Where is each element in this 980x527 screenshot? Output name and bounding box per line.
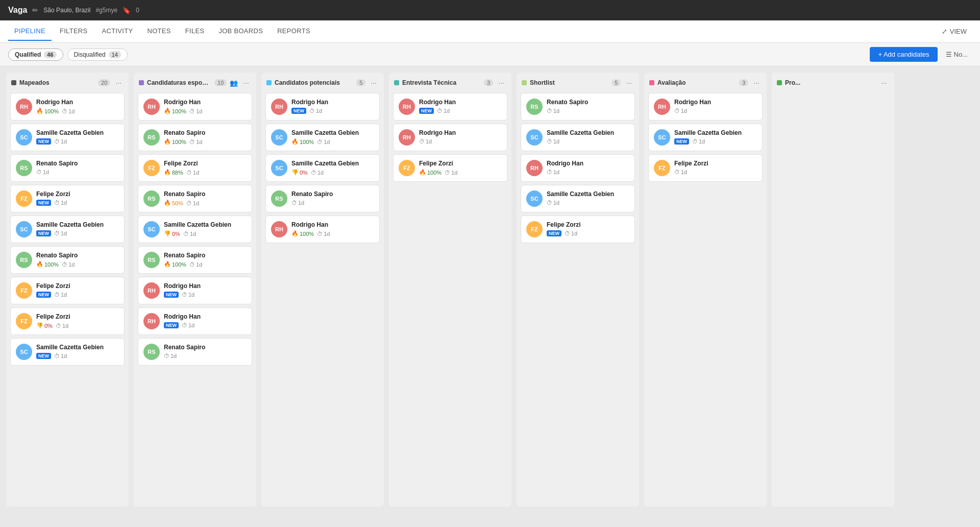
candidate-name: Rodrigo Han <box>291 99 374 106</box>
board-container: Mapeados20···RHRodrigo Han🔥100%⏱1dSCSami… <box>0 66 980 507</box>
candidate-card[interactable]: SCSamille Cazetta GebienNEW⏱1d <box>648 124 763 151</box>
candidate-card[interactable]: RHRodrigo Han🔥100%⏱1d <box>138 93 252 121</box>
candidate-card[interactable]: RHRodrigo Han⏱1d <box>648 93 763 121</box>
new-badge: NEW <box>36 230 51 236</box>
column-count: 5 <box>611 79 621 86</box>
candidate-card[interactable]: RSRenato Sapiro🔥100%⏱1d <box>10 246 125 274</box>
score-value: 0% <box>300 170 308 176</box>
candidate-card[interactable]: RHRodrigo Han⏱1d <box>393 124 507 151</box>
score-value: 0% <box>172 231 180 237</box>
candidate-card[interactable]: SCSamille Cazetta Gebien⏱1d <box>521 124 635 151</box>
column-header-candidaturas: Candidaturas espontâ...10👥··· <box>134 73 256 91</box>
qualified-pill[interactable]: Qualified 46 <box>8 49 63 61</box>
tab-reports[interactable]: REPORTS <box>271 22 316 41</box>
candidate-card[interactable]: FZFelipe Zorzi🔥100%⏱1d <box>393 154 507 182</box>
column-color-dot <box>266 80 272 85</box>
avatar: SC <box>526 129 543 146</box>
column-more-button[interactable]: ··· <box>241 78 251 88</box>
tab-notes[interactable]: NOTES <box>141 22 177 41</box>
column-more-button[interactable]: ··· <box>751 78 762 88</box>
candidate-card[interactable]: SCSamille Cazetta GebienNEW⏱1d <box>10 124 125 151</box>
candidate-card[interactable]: RHRodrigo HanNEW⏱1d <box>138 277 252 304</box>
clock-icon: ⏱ <box>164 353 169 359</box>
candidate-card[interactable]: FZFelipe ZorziNEW⏱1d <box>10 277 125 304</box>
column-more-button[interactable]: ··· <box>113 78 124 88</box>
time-value: 1d <box>324 139 330 145</box>
candidate-card[interactable]: RHRodrigo Han🔥100%⏱1d <box>265 215 380 243</box>
avatar: SC <box>271 129 287 146</box>
tab-job-boards[interactable]: JOB BOARDS <box>212 22 269 41</box>
candidate-card[interactable]: RSRenato Sapiro⏱1d <box>10 154 125 182</box>
column-more-button[interactable]: ··· <box>496 78 506 88</box>
candidate-name: Renato Sapiro <box>164 344 247 351</box>
column-more-button[interactable]: ··· <box>624 78 634 88</box>
score-icon: 🔥 <box>164 108 171 114</box>
candidate-card[interactable]: RHRodrigo Han⏱1d <box>521 154 635 182</box>
card-meta: 🔥88%⏱1d <box>164 169 247 176</box>
time-value: 1d <box>68 108 75 114</box>
disqualified-pill[interactable]: Disqualified 14 <box>67 49 128 61</box>
column-count: 10 <box>214 79 227 86</box>
candidate-card[interactable]: RSRenato Sapiro🔥50%⏱1d <box>138 185 252 212</box>
avatar: FZ <box>654 160 670 176</box>
candidate-card[interactable]: FZFelipe Zorzi👎0%⏱1d <box>10 307 125 335</box>
column-more-button[interactable]: ··· <box>879 78 889 88</box>
candidate-name: Felipe Zorzi <box>164 160 247 167</box>
column-more-button[interactable]: ··· <box>369 78 379 88</box>
time-value: 1d <box>444 108 450 114</box>
card-meta: NEW⏱1d <box>164 292 247 298</box>
candidate-name: Felipe Zorzi <box>547 221 629 228</box>
column-title: Avaliação <box>657 79 736 86</box>
candidate-card[interactable]: SCSamille Cazetta Gebien👎0%⏱1d <box>265 154 380 182</box>
tab-filters[interactable]: FILTERS <box>54 22 94 41</box>
tab-pipeline[interactable]: PIPELINE <box>8 22 52 41</box>
candidate-card[interactable]: FZFelipe ZorziNEW⏱1d <box>10 185 125 212</box>
candidate-name: Rodrigo Han <box>164 313 247 320</box>
score-value: 100% <box>300 231 314 237</box>
candidate-card[interactable]: SCSamille Cazetta Gebien🔥100%⏱1d <box>265 124 380 151</box>
candidate-card[interactable]: RHRodrigo Han🔥100%⏱1d <box>10 93 125 121</box>
time-value: 1d <box>316 108 322 114</box>
candidate-card[interactable]: RHRodrigo HanNEW⏱1d <box>138 307 252 335</box>
candidate-card[interactable]: SCSamille Cazetta GebienNEW⏱1d <box>10 215 125 243</box>
new-badge: NEW <box>164 322 179 328</box>
time-value: 1d <box>190 231 196 237</box>
clock-icon: ⏱ <box>437 108 443 114</box>
candidate-name: Samille Cazetta Gebien <box>291 129 374 136</box>
candidate-card[interactable]: SCSamille Cazetta Gebien⏱1d <box>521 185 635 212</box>
card-meta: 🔥100%⏱1d <box>291 138 374 145</box>
candidate-card[interactable]: FZFelipe Zorzi🔥88%⏱1d <box>138 154 252 182</box>
avatar: RS <box>526 99 543 115</box>
candidate-card[interactable]: RSRenato Sapiro⏱1d <box>521 93 635 121</box>
candidate-name: Samille Cazetta Gebien <box>36 221 119 228</box>
candidate-name: Renato Sapiro <box>164 252 247 259</box>
time-value: 1d <box>43 169 49 175</box>
bookmark-icon: 🔖 <box>122 7 131 14</box>
add-candidates-button[interactable]: + Add candidates <box>870 47 937 62</box>
time-value: 1d <box>571 230 577 236</box>
candidate-card[interactable]: SCSamille Cazetta Gebien👎0%⏱1d <box>138 215 252 243</box>
filter-bar: Qualified 46 Disqualified 14 + Add candi… <box>0 43 980 66</box>
candidate-name: Renato Sapiro <box>164 190 247 198</box>
card-meta: 🔥100%⏱1d <box>164 261 247 268</box>
column-header-entrevista-tecnica: Entrevista Técnica3··· <box>389 73 511 91</box>
tab-activity[interactable]: ACTIVITY <box>96 22 139 41</box>
tab-files[interactable]: FILES <box>179 22 211 41</box>
candidate-card[interactable]: RHRodrigo HanNEW⏱1d <box>265 93 380 121</box>
score-value: 0% <box>44 323 53 329</box>
sort-button[interactable]: ☰ No... <box>942 47 972 61</box>
score-value: 100% <box>300 139 314 145</box>
edit-icon[interactable]: ✏ <box>32 6 38 14</box>
score-icon: 🔥 <box>36 108 43 114</box>
score-icon: 🔥 <box>36 261 43 268</box>
candidate-card[interactable]: SCSamille Cazetta GebienNEW⏱1d <box>10 338 125 366</box>
candidate-name: Renato Sapiro <box>36 160 119 167</box>
candidate-card[interactable]: RSRenato Sapiro🔥100%⏱1d <box>138 124 252 151</box>
candidate-card[interactable]: FZFelipe ZorziNEW⏱1d <box>521 215 635 243</box>
candidate-card[interactable]: RHRodrigo HanNEW⏱1d <box>393 93 507 121</box>
candidate-card[interactable]: RSRenato Sapiro🔥100%⏱1d <box>138 246 252 274</box>
view-button[interactable]: ⤢ VIEW <box>937 25 972 38</box>
candidate-card[interactable]: RSRenato Sapiro⏱1d <box>138 338 252 366</box>
candidate-card[interactable]: FZFelipe Zorzi⏱1d <box>648 154 763 182</box>
candidate-card[interactable]: RSRenato Sapiro⏱1d <box>265 185 380 212</box>
